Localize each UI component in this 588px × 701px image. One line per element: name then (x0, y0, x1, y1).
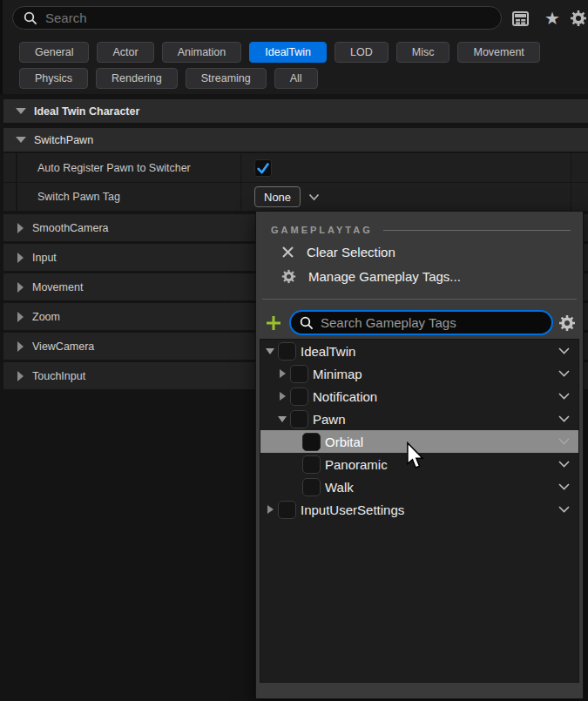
row-gutter (3, 183, 17, 211)
chevron-down-icon[interactable] (558, 438, 570, 445)
collapsed-arrow-icon (17, 223, 24, 233)
expander-icon[interactable] (276, 416, 288, 422)
expanded-arrow-icon (16, 108, 26, 114)
section-label: TouchInput (32, 370, 85, 382)
tag-settings-gear-icon[interactable] (558, 314, 576, 332)
filter-chip-physics[interactable]: Physics (19, 68, 88, 89)
menu-divider (262, 299, 577, 300)
close-icon (281, 246, 294, 259)
expanded-arrow-icon (16, 137, 26, 143)
tag-checkbox[interactable] (278, 342, 296, 361)
section-label: SmoothCamera (32, 222, 109, 234)
expander-icon[interactable] (276, 369, 288, 378)
filter-chip-idealtwin[interactable]: IdealTwin (249, 42, 327, 63)
search-icon (300, 316, 314, 330)
manage-tags-label: Manage Gameplay Tags... (308, 269, 461, 284)
section-label: Input (32, 252, 57, 264)
tree-row-pawn[interactable]: Pawn (260, 408, 578, 430)
tree-row-idealtwin[interactable]: IdealTwin (260, 340, 578, 362)
category-label: Ideal Twin Character (34, 105, 139, 118)
filter-chip-rendering[interactable]: Rendering (96, 68, 178, 89)
section-label: Movement (32, 281, 83, 293)
filter-chip-general[interactable]: General (19, 42, 89, 63)
filter-chip-actor[interactable]: Actor (97, 42, 153, 63)
tree-row-label: IdealTwin (301, 344, 558, 359)
tag-checkbox[interactable] (290, 410, 308, 428)
details-panel: ★ General Actor Animation IdealTwin LOD … (0, 0, 588, 701)
gameplay-tag-picker-popup: GAMEPLAYTAG Clear Selection Manage Gamep… (255, 211, 584, 699)
tree-row-minimap[interactable]: Minimap (260, 362, 578, 385)
filter-chip-all[interactable]: All (274, 68, 318, 89)
chevron-down-icon[interactable] (308, 193, 320, 201)
tag-tree: IdealTwin Minimap Notification (260, 339, 579, 683)
section-label: Zoom (32, 311, 60, 323)
tag-checkbox[interactable] (302, 478, 321, 496)
expander-icon[interactable] (264, 348, 276, 354)
chevron-down-icon[interactable] (558, 415, 570, 422)
tree-row-walk[interactable]: Walk (260, 475, 578, 498)
search-input[interactable] (45, 10, 490, 25)
expander-icon[interactable] (276, 392, 288, 401)
filter-chip-misc[interactable]: Misc (396, 42, 450, 63)
tree-row-orbital[interactable]: Orbital (260, 430, 578, 453)
tag-search-row (256, 310, 583, 335)
toolbar: ★ General Actor Animation IdealTwin LOD … (0, 0, 588, 94)
property-row-switch-pawn-tag: Switch Pawn Tag None (3, 183, 588, 212)
tag-dropdown-button[interactable]: None (254, 186, 301, 207)
tree-row-label: Minimap (313, 367, 558, 381)
auto-register-checkbox[interactable] (254, 159, 272, 177)
chevron-down-icon[interactable] (558, 347, 570, 354)
collapsed-arrow-icon (17, 253, 24, 263)
tree-row-label: Orbital (325, 435, 558, 449)
category-label: SwitchPawn (34, 134, 93, 146)
popup-section-label: GAMEPLAYTAG (271, 225, 373, 235)
category-header-ideal-twin-character[interactable]: Ideal Twin Character (3, 99, 588, 123)
tag-search-field[interactable] (289, 310, 553, 335)
property-label: Auto Register Pawn to Switcher (17, 153, 240, 182)
tree-row-label: Pawn (313, 412, 558, 427)
filter-chip-row-2: Physics Rendering Streaming All (19, 68, 318, 89)
chevron-down-icon[interactable] (558, 393, 570, 400)
category-header-switchpawn[interactable]: SwitchPawn (3, 128, 588, 152)
favorites-star-icon[interactable]: ★ (543, 9, 562, 28)
expander-icon[interactable] (264, 505, 276, 514)
settings-gear-icon[interactable] (569, 9, 588, 28)
tree-row-inputusersettings[interactable]: InputUserSettings (260, 498, 578, 521)
column-divider (571, 153, 571, 182)
manage-gameplay-tags-item[interactable]: Manage Gameplay Tags... (256, 264, 583, 288)
filter-chip-animation[interactable]: Animation (162, 42, 242, 63)
chevron-down-icon[interactable] (558, 370, 570, 377)
add-tag-icon[interactable] (266, 315, 281, 331)
property-label: Switch Pawn Tag (17, 183, 240, 211)
tree-row-panoramic[interactable]: Panoramic (260, 453, 578, 475)
tag-checkbox[interactable] (290, 388, 308, 406)
chevron-down-icon[interactable] (558, 483, 570, 490)
tag-checkbox[interactable] (278, 501, 296, 519)
popup-header: GAMEPLAYTAG (256, 212, 583, 239)
collapsed-arrow-icon (17, 341, 24, 352)
gear-icon (281, 269, 296, 284)
tree-row-label: InputUserSettings (301, 502, 558, 517)
tag-checkbox[interactable] (302, 433, 321, 451)
chevron-down-icon[interactable] (558, 461, 570, 468)
chevron-down-icon[interactable] (558, 506, 570, 513)
tree-row-label: Walk (325, 480, 558, 495)
tag-checkbox[interactable] (290, 365, 308, 383)
column-divider (571, 183, 571, 211)
filter-chip-lod[interactable]: LOD (335, 42, 389, 63)
tag-checkbox[interactable] (302, 455, 321, 474)
search-icon (24, 11, 37, 25)
display-settings-icon[interactable] (510, 9, 530, 28)
tag-search-input[interactable] (321, 315, 543, 330)
filter-chip-movement[interactable]: Movement (457, 42, 539, 63)
property-row-auto-register: Auto Register Pawn to Switcher (3, 153, 588, 183)
clear-selection-item[interactable]: Clear Selection (256, 239, 583, 264)
details-search[interactable] (12, 6, 502, 30)
section-label: ViewCamera (32, 340, 94, 353)
header-divider (383, 230, 571, 231)
collapsed-arrow-icon (17, 371, 24, 381)
collapsed-arrow-icon (17, 312, 24, 322)
tree-row-notification[interactable]: Notification (260, 385, 578, 408)
check-icon (255, 160, 271, 176)
filter-chip-streaming[interactable]: Streaming (186, 68, 267, 89)
